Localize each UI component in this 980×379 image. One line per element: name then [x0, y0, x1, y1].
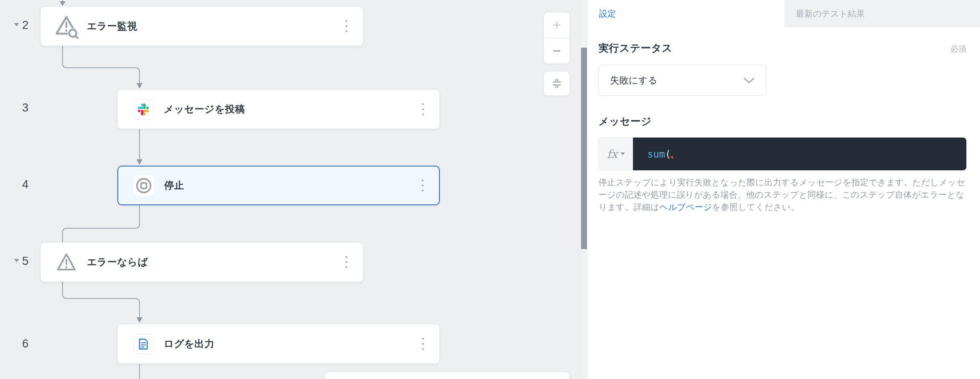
document-icon — [133, 334, 154, 354]
step-number: 3 — [22, 101, 28, 115]
slack-icon — [133, 99, 154, 120]
code-function-name: sum — [647, 149, 665, 160]
flow-canvas[interactable]: 2 3 4 5 6 エラー監視 — [0, 0, 587, 379]
node-menu-button[interactable] — [343, 253, 350, 271]
syntax-error-mark-icon — [670, 156, 674, 160]
collapse-caret-icon[interactable] — [14, 259, 19, 262]
tab-settings[interactable]: 設定 — [587, 0, 784, 27]
step-number: 2 — [22, 19, 28, 32]
node-title: エラー監視 — [87, 20, 343, 33]
node-title: 停止 — [164, 179, 419, 192]
node-menu-button[interactable] — [419, 100, 427, 118]
chevron-down-icon — [743, 77, 755, 84]
fx-icon: fx — [607, 147, 618, 161]
panel-tabs: 設定 最新のテスト結果 — [587, 0, 980, 27]
step-settings-panel: 設定 最新のテスト結果 実行ステータス 必須 失敗にする メッセージ fx — [587, 0, 980, 379]
zoom-controls: + − — [544, 12, 570, 64]
canvas-scrollbar-track[interactable] — [581, 0, 587, 379]
node-title: エラーならば — [87, 256, 343, 269]
help-page-link[interactable]: ヘルプページ — [659, 202, 712, 212]
status-field-label: 実行ステータス — [598, 41, 672, 55]
formula-code-input[interactable]: sum( — [633, 138, 966, 170]
code-paren: ( — [665, 149, 671, 160]
workflow-editor: 2 3 4 5 6 エラー監視 — [0, 0, 980, 379]
step-number: 4 — [22, 178, 28, 191]
tab-test-result[interactable]: 最新のテスト結果 — [784, 0, 980, 27]
collapse-all-button[interactable] — [544, 71, 570, 96]
node-menu-button[interactable] — [419, 177, 426, 194]
collapse-icon — [551, 78, 562, 89]
required-badge: 必須 — [950, 43, 966, 55]
flow-node-output-log[interactable]: ログを出力 — [117, 324, 440, 364]
flow-node-post-message[interactable]: メッセージを投稿 — [117, 89, 440, 129]
message-field-label: メッセージ — [598, 115, 652, 128]
node-menu-button[interactable] — [343, 17, 350, 35]
caret-down-icon — [621, 152, 625, 155]
flow-node-stop[interactable]: 停止 — [117, 166, 440, 205]
flow-node-partial[interactable] — [325, 372, 570, 379]
zoom-out-button[interactable]: − — [544, 38, 570, 64]
status-select-value: 失敗にする — [610, 74, 658, 87]
node-title: ログを出力 — [164, 337, 419, 350]
warning-icon — [54, 252, 79, 273]
flow-node-if-error[interactable]: エラーならば — [40, 242, 363, 282]
step-number: 6 — [22, 337, 28, 350]
step-number: 5 — [22, 255, 28, 268]
error-monitor-icon — [54, 14, 79, 39]
node-menu-button[interactable] — [419, 335, 427, 353]
help-text: 停止ステップにより実行失敗となった際に出力するメッセージを指定できます。ただしメ… — [598, 176, 968, 213]
collapse-caret-icon[interactable] — [14, 23, 19, 26]
zoom-in-button[interactable]: + — [544, 12, 570, 38]
node-title: メッセージを投稿 — [164, 103, 419, 116]
canvas-scrollbar-thumb[interactable] — [581, 48, 587, 249]
flow-node-error-monitor[interactable]: エラー監視 — [40, 6, 363, 46]
fx-dropdown-button[interactable]: fx — [598, 138, 633, 170]
status-select[interactable]: 失敗にする — [598, 65, 766, 96]
stop-icon — [134, 175, 154, 196]
formula-editor: fx sum( — [598, 138, 966, 170]
